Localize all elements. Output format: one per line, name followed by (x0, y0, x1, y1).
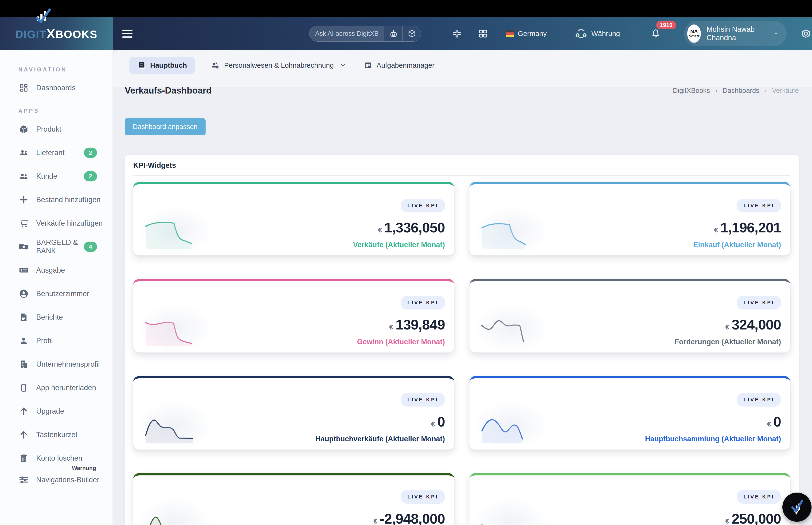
ledger-book-icon (137, 61, 146, 70)
customers-people-icon (18, 171, 29, 181)
sidebar-item-upgrade[interactable]: Upgrade (0, 400, 112, 423)
banknote-icon (18, 241, 29, 252)
app-header: DIGITXBOOKS (0, 17, 812, 50)
kpi-value: 1,336,050 (384, 220, 445, 236)
bargeld-bank-count-badge: 4 (84, 242, 97, 252)
sparkline-chart (481, 213, 542, 249)
user-avatar: NA Smart (687, 25, 701, 43)
kpi-label: Hauptbuchsammlung (Aktueller Monat) (645, 435, 781, 443)
sidebar-item-bestand-hinzufuegen[interactable]: Bestand hinzufügen (0, 188, 112, 211)
chevron-down-icon (340, 62, 346, 69)
ai-assistant-button[interactable] (384, 26, 402, 41)
sidebar-item-verkaeufe-hinzufuegen[interactable]: Verkäufe hinzufügen (0, 211, 112, 235)
trash-icon (18, 453, 29, 463)
plus-icon (18, 195, 29, 205)
kpi-card-bottom-right[interactable]: LIVE KPI €250,000 (470, 473, 791, 525)
kpi-value: 139,849 (396, 317, 445, 333)
currency-label[interactable]: Währung (592, 30, 620, 38)
breadcrumb: DigitXBooks › Dashboards › Verkäufe (673, 87, 799, 94)
breadcrumb-digitxbooks[interactable]: DigitXBooks (673, 87, 710, 94)
kpi-label: Verkäufe (Aktueller Monat) (353, 241, 445, 249)
suppliers-people-icon (18, 148, 29, 158)
app-logo[interactable]: DIGITXBOOKS (0, 17, 113, 50)
kpi-card-einkauf[interactable]: LIVE KPI €1,196,201 Einkauf (Aktueller M… (470, 182, 791, 255)
sliders-icon (18, 475, 29, 485)
breadcrumb-separator: › (715, 87, 718, 94)
kpi-card-forderungen[interactable]: LIVE KPI €324,000 Forderungen (Aktueller… (470, 279, 791, 352)
sidebar: NAVIGATION Dashboards APPS Produkt (0, 50, 113, 525)
svg-text:$: $ (577, 33, 579, 37)
ai-search-bar (309, 26, 421, 42)
arrow-up-icon (18, 406, 29, 416)
svg-text:€: € (584, 33, 585, 37)
sidebar-item-navigations-builder[interactable]: Navigations-Builder (0, 468, 112, 492)
sidebar-item-lieferant[interactable]: Lieferant 2 (0, 141, 112, 165)
chevron-down-icon (774, 31, 778, 37)
currency-symbol: € (389, 323, 393, 331)
product-box-icon (18, 124, 29, 134)
cube-icon (408, 29, 416, 38)
kpi-card-verkaeufe[interactable]: LIVE KPI €1,336,050 Verkäufe (Aktueller … (133, 182, 455, 255)
ai-search-input[interactable] (309, 26, 384, 41)
kpi-card-hauptbuchverkaeufe[interactable]: LIVE KPI €0 Hauptbuchverkäufe (Aktueller… (133, 376, 455, 450)
user-menu[interactable]: NA Smart Mohsin Nawab Chandna (684, 21, 787, 46)
kpi-value: 1,196,201 (720, 220, 781, 236)
country-label[interactable]: Germany (518, 30, 547, 38)
sparkline-chart (144, 213, 205, 249)
live-kpi-badge: LIVE KPI (737, 393, 781, 407)
sparkline-chart (144, 407, 205, 443)
kpi-card-gewinn[interactable]: LIVE KPI €139,849 Gewinn (Aktueller Mona… (133, 279, 455, 352)
sidebar-item-app-herunterladen[interactable]: App herunterladen (0, 376, 112, 400)
top-black-bar (0, 0, 812, 17)
ai-module-button[interactable] (402, 26, 421, 41)
currency-symbol: € (378, 226, 382, 234)
user-name: Mohsin Nawab Chandna (706, 25, 766, 42)
kpi-value: 250,000 (732, 511, 781, 525)
tab-aufgabenmanager[interactable]: Aufgabenmanager (362, 57, 437, 74)
kpi-label: Gewinn (Aktueller Monat) (357, 338, 445, 346)
sidebar-item-ausgabe[interactable]: $ Ausgabe (0, 258, 112, 282)
notifications-button[interactable]: 1910 (650, 28, 661, 39)
sidebar-item-profil[interactable]: Profil (0, 329, 112, 352)
kpi-value: -2,948,000 (380, 511, 445, 525)
sidebar-section-navigation: NAVIGATION (18, 66, 112, 73)
kpi-value: 0 (773, 414, 781, 430)
sidebar-item-benutzerzimmer[interactable]: Benutzerzimmer (0, 282, 112, 305)
currency-exchange-icon[interactable]: $ € (574, 27, 588, 40)
assistant-fab-button[interactable] (782, 493, 812, 522)
sidebar-item-dashboards[interactable]: Dashboards (0, 76, 112, 100)
expense-check-icon: $ (18, 265, 29, 276)
kpi-widgets-panel: KPI-Widgets LIVE KPI €1,336,050 Verkäufe… (125, 155, 799, 525)
tab-personalwesen[interactable]: Personalwesen & Lohnabrechnung (208, 56, 349, 74)
kpi-label: Einkauf (Aktueller Monat) (693, 241, 781, 249)
kpi-value: 324,000 (732, 317, 781, 333)
settings-gear-icon[interactable] (800, 28, 812, 40)
breadcrumb-separator: › (765, 87, 767, 94)
header-bar: Germany $ € Währung 1910 NA (113, 17, 812, 50)
currency-symbol: € (714, 226, 718, 234)
sparkline-chart (481, 407, 542, 443)
sidebar-item-berichte[interactable]: Berichte (0, 305, 112, 329)
kpi-card-bottom-left[interactable]: LIVE KPI €-2,948,000 (133, 473, 455, 525)
customize-dashboard-button[interactable]: Dashboard anpassen (125, 118, 205, 135)
sparkline-chart (481, 505, 542, 525)
germany-flag-icon[interactable] (506, 30, 514, 38)
tab-hauptbuch[interactable]: Hauptbuch (129, 57, 195, 74)
kpi-label: Forderungen (Aktueller Monat) (675, 338, 781, 346)
main-content: Hauptbuch Personalwesen & Lohnabrechnung (113, 50, 812, 525)
sidebar-item-bargeld-bank[interactable]: BARGELD & BANK 4 (0, 235, 112, 258)
sidebar-section-apps: APPS (18, 108, 112, 114)
sidebar-item-produkt[interactable]: Produkt (0, 118, 112, 141)
collapse-icon[interactable] (451, 28, 462, 39)
apps-grid-icon[interactable] (478, 28, 488, 39)
module-tab-bar: Hauptbuch Personalwesen & Lohnabrechnung (129, 50, 799, 74)
dashboard-grid-icon (18, 83, 29, 93)
sidebar-item-tastenkurzel[interactable]: Tastenkurzel (0, 423, 112, 447)
kpi-card-hauptbuchsammlung[interactable]: LIVE KPI €0 Hauptbuchsammlung (Aktueller… (470, 376, 791, 450)
sidebar-item-unternehmensprofil[interactable]: Unternehmensprofil (0, 352, 112, 376)
menu-hamburger-button[interactable] (122, 30, 133, 38)
sidebar-item-kunde[interactable]: Kunde 2 (0, 165, 112, 188)
breadcrumb-dashboards[interactable]: Dashboards (722, 87, 759, 94)
kpi-widgets-title: KPI-Widgets (133, 161, 791, 170)
svg-text:$: $ (20, 269, 22, 272)
